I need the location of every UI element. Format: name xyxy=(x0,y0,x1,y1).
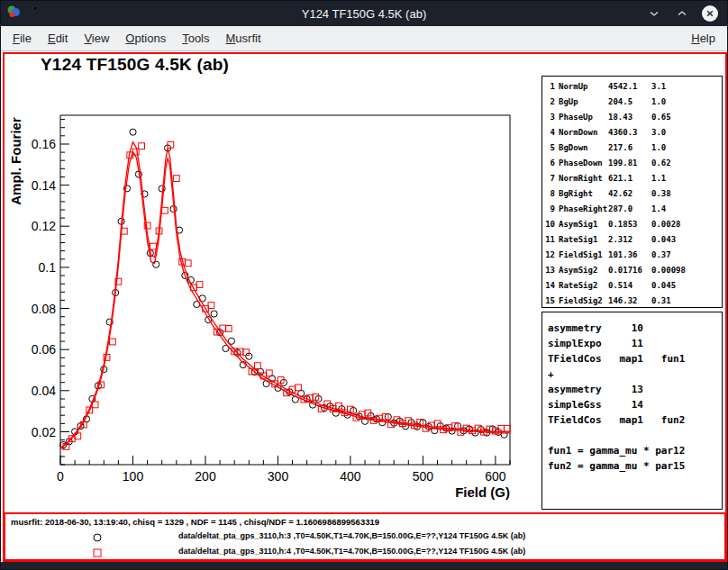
minimize-button[interactable] xyxy=(646,5,662,22)
param-row: 11RateSig12.3120.043 xyxy=(542,232,722,248)
fit-status-line: musrfit: 2018-06-30, 13:19:40, chisq = 1… xyxy=(11,517,379,527)
app-window: Y124 TF150G 4.5K (ab) FileEditViewOption… xyxy=(0,0,728,570)
fit-curve xyxy=(60,152,510,449)
close-button[interactable] xyxy=(702,5,718,22)
svg-text:400: 400 xyxy=(340,469,361,484)
legend-row: data/deltat_pta_gps_3110,h:4 ,T0=4.50K,T… xyxy=(5,546,724,558)
fit-info-pane: musrfit: 2018-06-30, 13:19:40, chisq = 1… xyxy=(4,512,726,561)
titlebar[interactable]: Y124 TF150G 4.5K (ab) xyxy=(1,1,727,26)
svg-text:0.08: 0.08 xyxy=(32,302,56,316)
svg-text:0.04: 0.04 xyxy=(32,384,56,398)
legend-square-marker xyxy=(92,546,103,562)
x-axis-title: Field (G) xyxy=(455,484,510,500)
param-row: 14RateSig20.5140.045 xyxy=(542,278,722,294)
param-row: 4NormDown4360.33.0 xyxy=(542,125,722,140)
svg-text:0.14: 0.14 xyxy=(32,178,56,193)
svg-text:0.02: 0.02 xyxy=(32,425,56,439)
app-icon xyxy=(6,5,21,23)
tool-hammer-icon xyxy=(25,5,40,23)
parameter-box: 1NormUp4542.13.12BgUp204.51.03PhaseUp18.… xyxy=(541,76,723,308)
svg-text:600: 600 xyxy=(485,469,506,484)
menu-musrfit[interactable]: Musrfit xyxy=(218,29,269,48)
param-row: 9PhaseRight287.01.4 xyxy=(542,202,722,217)
svg-text:0: 0 xyxy=(57,469,64,484)
legend-label: data/deltat_pta_gps_3110,h:4 ,T0=4.50K,T… xyxy=(178,547,525,556)
legend-circle-marker xyxy=(92,530,103,547)
param-row: 12FieldSig1101.360.37 xyxy=(542,248,722,263)
y-axis-title: Ampl. Fourier xyxy=(8,117,23,205)
param-row: 15FieldSig2146.320.31 xyxy=(542,294,722,308)
svg-text:0.12: 0.12 xyxy=(32,219,56,233)
menu-edit[interactable]: Edit xyxy=(40,29,76,48)
window-bottom-strip xyxy=(1,562,727,569)
menu-help[interactable]: Help xyxy=(683,29,723,48)
svg-text:0.1: 0.1 xyxy=(39,260,57,275)
param-row: 1NormUp4542.13.1 xyxy=(542,79,722,95)
param-row: 3PhaseUp18.430.65 xyxy=(542,110,722,125)
svg-text:300: 300 xyxy=(268,469,289,484)
param-row: 7NormRight621.11.1 xyxy=(542,171,722,186)
param-row: 13AsymSig20.017160.00098 xyxy=(542,263,722,278)
svg-text:0.16: 0.16 xyxy=(32,137,56,151)
param-row: 10AsymSig10.18530.0028 xyxy=(542,217,722,232)
menu-file[interactable]: File xyxy=(5,29,40,48)
fit-curve xyxy=(60,142,510,448)
root-canvas[interactable]: Y124 TF150G 4.5K (ab) 0.020.040.060.080.… xyxy=(1,51,728,564)
titlebar-icons xyxy=(1,5,40,23)
legend-label: data/deltat_pta_gps_3110,h:3 ,T0=4.50K,T… xyxy=(178,531,525,540)
param-row: 2BgUp204.51.0 xyxy=(542,95,722,110)
param-row: 5BgDown217.61.0 xyxy=(542,140,722,156)
svg-text:500: 500 xyxy=(413,469,434,484)
svg-text:200: 200 xyxy=(195,469,216,484)
fourier-plot[interactable]: 0.020.040.060.080.10.120.140.16010020030… xyxy=(1,51,541,512)
svg-text:0.06: 0.06 xyxy=(32,342,56,357)
theory-text: asymmetry 10 simplExpo 11 TFieldCos map1… xyxy=(542,312,722,482)
tick-labels: 0.020.040.060.080.10.120.140.16010020030… xyxy=(32,137,506,484)
param-row: 6PhaseDown199.810.62 xyxy=(542,156,722,171)
parameter-rows: 1NormUp4542.13.12BgUp204.51.03PhaseUp18.… xyxy=(542,79,722,308)
param-row: 8BgRight42.620.38 xyxy=(542,186,722,202)
legend-row: data/deltat_pta_gps_3110,h:3 ,T0=4.50K,T… xyxy=(5,530,724,543)
svg-text:100: 100 xyxy=(123,469,144,484)
menu-items: FileEditViewOptionsToolsMusrfit xyxy=(5,32,269,45)
menu-options[interactable]: Options xyxy=(117,29,174,48)
menu-view[interactable]: View xyxy=(76,29,117,48)
maximize-button[interactable] xyxy=(674,5,690,22)
menu-tools[interactable]: Tools xyxy=(174,29,217,48)
menubar: FileEditViewOptionsToolsMusrfit Help xyxy=(1,26,727,51)
theory-box: asymmetry 10 simplExpo 11 TFieldCos map1… xyxy=(541,312,723,510)
window-controls xyxy=(646,5,727,22)
window-title: Y124 TF150G 4.5K (ab) xyxy=(1,7,727,21)
